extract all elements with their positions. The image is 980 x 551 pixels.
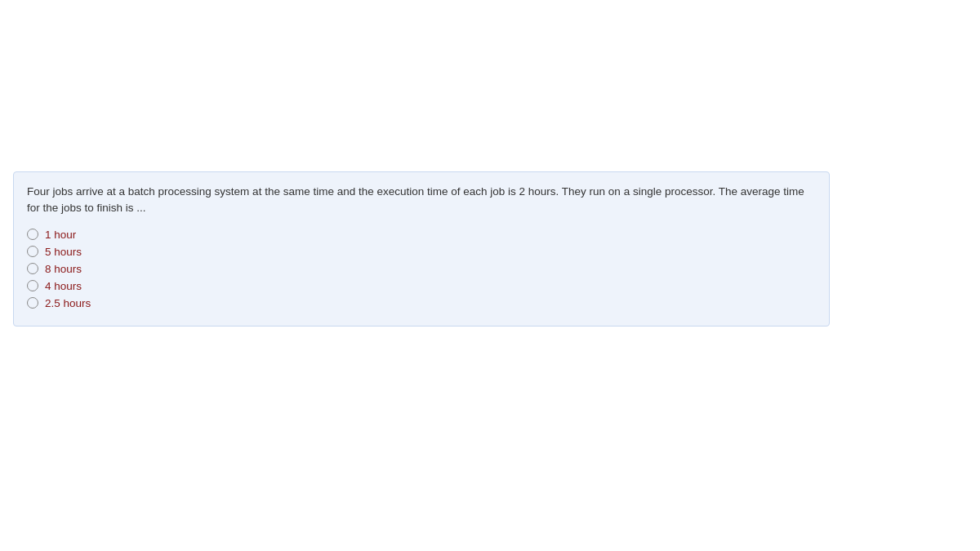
option-label-5: 2.5 hours	[45, 297, 91, 309]
option-label-4: 4 hours	[45, 280, 82, 292]
option-item-3[interactable]: 8 hours	[27, 263, 816, 275]
option-item-5[interactable]: 2.5 hours	[27, 297, 816, 309]
radio-1[interactable]	[27, 229, 38, 240]
radio-3[interactable]	[27, 263, 38, 274]
radio-4[interactable]	[27, 280, 38, 291]
question-card: Four jobs arrive at a batch processing s…	[13, 171, 830, 327]
option-item-4[interactable]: 4 hours	[27, 280, 816, 292]
page-container: Four jobs arrive at a batch processing s…	[0, 0, 980, 551]
option-label-3: 8 hours	[45, 263, 82, 275]
question-text: Four jobs arrive at a batch processing s…	[27, 184, 816, 217]
option-label-1: 1 hour	[45, 229, 76, 241]
radio-5[interactable]	[27, 297, 38, 309]
option-label-2: 5 hours	[45, 246, 82, 258]
option-item-2[interactable]: 5 hours	[27, 246, 816, 258]
options-list: 1 hour5 hours8 hours4 hours2.5 hours	[27, 229, 816, 309]
option-item-1[interactable]: 1 hour	[27, 229, 816, 241]
radio-2[interactable]	[27, 246, 38, 257]
